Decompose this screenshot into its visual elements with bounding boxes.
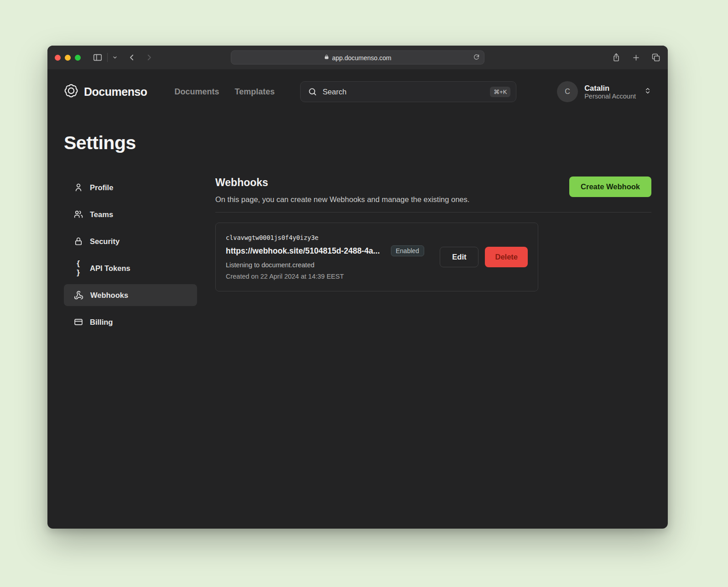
webhook-id: clvavwgtw0001js0f4y0izy3e [226,234,424,241]
chevrons-up-down-icon [644,87,651,96]
app-header: Documenso Documents Templates Search ⌘+K… [47,69,668,102]
page-title: Settings [64,132,651,154]
webhook-details: clvavwgtw0001js0f4y0izy3e https://webhoo… [226,234,424,280]
webhook-trigger: Listening to document.created [226,261,424,269]
sidebar-item-label: Security [90,237,120,246]
sidebar-item-teams[interactable]: Teams [64,203,197,225]
brand-name: Documenso [84,85,147,99]
search-placeholder: Search [322,88,484,96]
sidebar-item-label: Profile [90,183,113,192]
documenso-logo-icon [64,83,78,100]
search-shortcut-badge: ⌘+K [490,87,510,97]
sidebar-chevron-down-icon[interactable] [112,55,118,60]
tab-overview-icon[interactable] [651,53,660,62]
new-tab-icon[interactable] [632,53,640,62]
sidebar-item-security[interactable]: Security [64,230,197,252]
delete-webhook-button[interactable]: Delete [485,247,528,267]
status-badge: Enabled [391,245,424,256]
close-window-button[interactable] [55,55,61,61]
share-icon[interactable] [612,53,621,62]
account-name: Catalin [584,83,636,93]
sidebar-item-webhooks[interactable]: Webhooks [64,284,197,306]
user-icon [74,183,83,192]
back-button[interactable] [128,53,136,62]
url-text: app.documenso.com [332,54,391,61]
sidebar-toggle-icon[interactable] [93,52,103,62]
browser-window: app.documenso.com Documenso Docum [47,46,668,529]
account-menu[interactable]: C Catalin Personal Account [557,81,651,102]
sidebar-item-label: Teams [90,210,113,219]
sidebar-item-billing[interactable]: Billing [64,311,197,333]
webhook-url: https://webhook.site/5104815d-2488-4a... [226,246,380,256]
webhook-card: clvavwgtw0001js0f4y0izy3e https://webhoo… [215,223,538,291]
webhook-created: Created on 22 April 2024 at 14:39 EEST [226,273,424,280]
search-icon [308,87,317,96]
settings-sidebar: Profile Teams Security { } API Token [64,177,197,333]
webhook-icon [74,291,83,300]
browser-toolbar: app.documenso.com [47,46,668,69]
toolbar-divider [107,53,108,62]
sidebar-item-label: Billing [90,318,113,327]
section-title: Webhooks [215,177,469,189]
nav-templates[interactable]: Templates [235,87,275,97]
section-description: On this page, you can create new Webhook… [215,195,469,204]
reload-icon[interactable] [473,53,480,62]
edit-webhook-button[interactable]: Edit [440,247,478,267]
webhooks-section: Webhooks On this page, you can create ne… [215,177,651,291]
traffic-lights [55,55,81,61]
search-input[interactable]: Search ⌘+K [300,81,516,102]
lock-icon [74,237,83,246]
tls-lock-icon [324,54,329,61]
account-type: Personal Account [584,93,636,100]
section-divider [215,212,651,213]
sidebar-item-label: Webhooks [90,291,128,300]
brand[interactable]: Documenso [64,83,147,100]
minimize-window-button[interactable] [65,55,71,61]
main-nav: Documents Templates [175,87,275,97]
sidebar-item-profile[interactable]: Profile [64,177,197,198]
create-webhook-button[interactable]: Create Webhook [569,177,651,197]
sidebar-item-api-tokens[interactable]: { } API Tokens [64,257,197,279]
zoom-window-button[interactable] [75,55,81,61]
users-icon [74,210,83,219]
sidebar-item-label: API Tokens [90,264,130,273]
braces-icon: { } [74,259,83,277]
settings-page: Settings Profile Teams [47,132,668,333]
webhook-actions: Edit Delete [440,247,528,267]
nav-documents[interactable]: Documents [175,87,219,97]
url-bar[interactable]: app.documenso.com [231,51,484,65]
credit-card-icon [74,317,83,327]
forward-button[interactable] [145,53,153,62]
avatar: C [557,81,578,102]
